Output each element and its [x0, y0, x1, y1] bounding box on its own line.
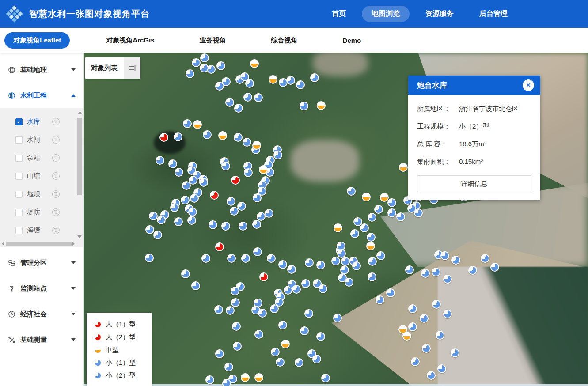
reservoir-marker-s2[interactable]	[286, 76, 295, 85]
reservoir-marker-s2[interactable]	[170, 203, 179, 212]
layer-info-icon[interactable]: T	[52, 136, 60, 144]
reservoir-marker-m[interactable]	[317, 101, 326, 110]
reservoir-marker-l1[interactable]	[159, 133, 168, 142]
reservoir-marker-l2[interactable]	[259, 272, 268, 281]
reservoir-marker-s2[interactable]	[252, 220, 261, 229]
reservoir-marker-s2[interactable]	[278, 321, 287, 329]
reservoir-marker-s1[interactable]	[183, 119, 192, 128]
reservoir-marker-s1[interactable]	[422, 344, 431, 353]
reservoir-marker-s2[interactable]	[233, 342, 242, 351]
reservoir-marker-s2[interactable]	[273, 151, 282, 159]
reservoir-marker-m[interactable]	[399, 163, 408, 172]
reservoir-marker-s1[interactable]	[203, 130, 212, 139]
reservoir-marker-s1[interactable]	[386, 288, 395, 297]
reservoir-marker-s1[interactable]	[376, 251, 385, 260]
reservoir-marker-s2[interactable]	[200, 53, 209, 62]
reservoir-marker-s1[interactable]	[301, 279, 310, 288]
reservoir-marker-s2[interactable]	[243, 93, 252, 102]
layer-info-icon[interactable]: T	[52, 227, 60, 234]
reservoir-marker-s1[interactable]	[226, 306, 235, 315]
checkbox-堰坝[interactable]	[15, 191, 23, 198]
nav-item-2[interactable]: 资源服务	[416, 6, 463, 22]
reservoir-marker-s1[interactable]	[367, 233, 376, 242]
reservoir-marker-s2[interactable]	[312, 355, 321, 363]
reservoir-marker-s2[interactable]	[149, 212, 158, 220]
layer-info-icon[interactable]: T	[52, 190, 60, 198]
checkbox-海塘[interactable]	[15, 227, 23, 234]
reservoir-marker-l1[interactable]	[231, 176, 240, 185]
reservoir-marker-s2[interactable]	[224, 363, 233, 371]
reservoir-marker-s1[interactable]	[227, 254, 236, 263]
reservoir-marker-s1[interactable]	[156, 156, 164, 165]
reservoir-marker-s2[interactable]	[174, 132, 182, 141]
reservoir-marker-s2[interactable]	[408, 322, 417, 331]
reservoir-marker-s2[interactable]	[181, 269, 190, 278]
reservoir-marker-s1[interactable]	[304, 309, 313, 318]
reservoir-marker-s1[interactable]	[420, 314, 429, 323]
layer-info-icon[interactable]: T	[52, 172, 60, 180]
reservoir-marker-s2[interactable]	[187, 216, 196, 225]
reservoir-marker-s2[interactable]	[231, 298, 240, 307]
reservoir-marker-s2[interactable]	[337, 249, 346, 258]
reservoir-marker-s1[interactable]	[192, 58, 201, 67]
reservoir-marker-s2[interactable]	[271, 348, 280, 356]
reservoir-marker-s2[interactable]	[350, 229, 359, 238]
reservoir-marker-s1[interactable]	[190, 194, 199, 203]
reservoir-marker-s1[interactable]	[300, 102, 308, 110]
reservoir-marker-s1[interactable]	[427, 371, 436, 380]
reservoir-marker-s1[interactable]	[443, 275, 452, 284]
nav-item-1[interactable]: 地图浏览	[362, 6, 410, 22]
reservoir-marker-m[interactable]	[269, 75, 277, 84]
reservoir-marker-s2[interactable]	[232, 322, 241, 331]
scroll-down-arrow[interactable]	[77, 235, 82, 238]
reservoir-marker-s2[interactable]	[257, 212, 266, 221]
reservoir-marker-s2[interactable]	[234, 104, 243, 113]
reservoir-marker-s1[interactable]	[222, 379, 231, 386]
checkbox-山塘[interactable]	[15, 173, 23, 180]
reservoir-marker-s2[interactable]	[292, 285, 301, 294]
sidebar-section-4[interactable]: 经济社会	[0, 304, 83, 324]
reservoir-marker-s2[interactable]	[287, 265, 296, 274]
reservoir-marker-s1[interactable]	[182, 181, 191, 190]
reservoir-marker-s2[interactable]	[237, 202, 246, 211]
reservoir-marker-s2[interactable]	[157, 216, 166, 224]
reservoir-marker-s1[interactable]	[209, 220, 217, 229]
reservoir-marker-s2[interactable]	[241, 254, 250, 263]
reservoir-marker-s1[interactable]	[347, 187, 356, 196]
checkbox-堤防[interactable]	[15, 209, 23, 216]
detail-info-button[interactable]: 详细信息	[417, 175, 531, 192]
reservoir-marker-s2[interactable]	[468, 266, 477, 275]
reservoir-marker-s1[interactable]	[215, 349, 224, 358]
reservoir-marker-s1[interactable]	[333, 314, 342, 322]
reservoir-marker-s2[interactable]	[199, 178, 208, 187]
scroll-up-arrow[interactable]	[78, 111, 82, 114]
reservoir-marker-s1[interactable]	[490, 263, 499, 272]
layer-info-icon[interactable]: T	[52, 154, 60, 162]
reservoir-marker-s1[interactable]	[278, 260, 287, 269]
reservoir-marker-s2[interactable]	[267, 254, 276, 263]
horizontal-scrollbar[interactable]	[0, 240, 76, 247]
reservoir-marker-s1[interactable]	[341, 257, 350, 266]
reservoir-marker-s2[interactable]	[214, 305, 223, 314]
layer-info-icon[interactable]: T	[52, 118, 60, 125]
reservoir-marker-m[interactable]	[362, 193, 371, 201]
checkbox-水库[interactable]: ✓	[15, 118, 23, 125]
reservoir-marker-s2[interactable]	[368, 257, 377, 266]
reservoir-marker-s2[interactable]	[200, 64, 209, 72]
reservoir-marker-s2[interactable]	[316, 261, 325, 269]
reservoir-marker-s1[interactable]	[414, 208, 423, 217]
reservoir-marker-s2[interactable]	[451, 256, 460, 265]
layer-info-icon[interactable]: T	[52, 208, 60, 216]
reservoir-marker-s2[interactable]	[481, 254, 489, 263]
horizontal-scroll-thumb[interactable]	[6, 242, 72, 246]
reservoir-marker-m[interactable]	[254, 373, 263, 382]
reservoir-marker-s2[interactable]	[205, 375, 214, 384]
reservoir-marker-s1[interactable]	[396, 212, 405, 221]
view-tab-4[interactable]: Demo	[334, 33, 370, 48]
view-tab-2[interactable]: 业务视角	[191, 32, 235, 49]
reservoir-marker-s2[interactable]	[376, 295, 384, 304]
reservoir-marker-s2[interactable]	[181, 196, 190, 204]
reservoir-marker-s1[interactable]	[191, 281, 200, 290]
reservoir-marker-m[interactable]	[366, 242, 375, 250]
reservoir-marker-s1[interactable]	[300, 326, 309, 335]
